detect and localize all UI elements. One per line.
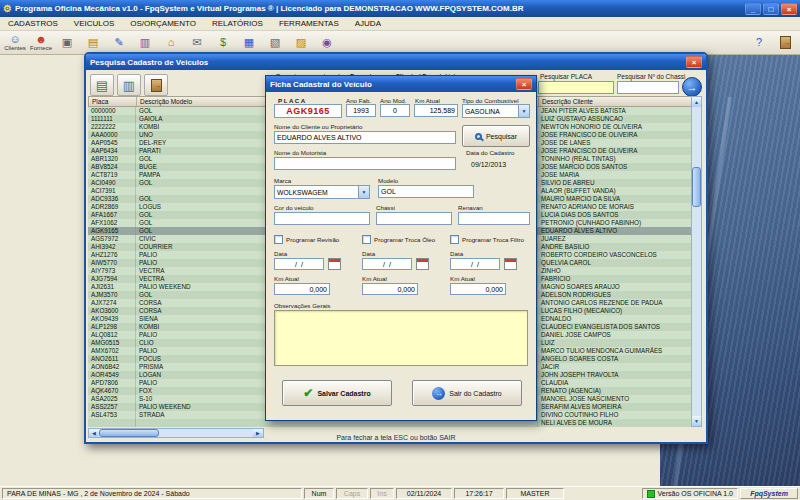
ordem-servico-button[interactable]: ✎ [107,32,131,54]
produtos-button[interactable]: ▤ [81,32,105,54]
financeiro-icon: $ [220,37,226,48]
cell-placa: 2222222 [88,123,136,131]
agenda-button[interactable]: ▨ [289,32,313,54]
programar-revisao-checkbox[interactable] [274,235,283,244]
salvar-cadastro-button[interactable]: ✔ Salvar Cadastro [282,380,392,406]
chevron-down-icon[interactable]: ▼ [518,105,529,117]
vertical-scrollbar[interactable]: ▲ ▼ [691,96,702,427]
estoque-button[interactable]: ⌂ [159,32,183,54]
pesquisar-button[interactable]: Pesquisar [462,125,530,147]
chevron-down-icon[interactable]: ▼ [358,186,369,198]
orcamento-button[interactable]: ▥ [133,32,157,54]
motorista-input[interactable] [274,157,456,170]
dialog-titlebar[interactable]: Ficha Cadastral do Veículo × [266,76,536,92]
cell-cliente: MARCO TULIO MENDONCA GUIMARÃES [538,347,694,355]
ano-fab-input[interactable] [346,104,376,117]
observacoes-textarea[interactable] [274,310,528,366]
cell-placa: AAP6434 [88,147,136,155]
calendar-icon[interactable] [504,258,517,270]
oleo-km-input[interactable] [362,283,418,295]
clientes-button[interactable]: ☺Clientes [3,32,27,54]
ano-mod-input[interactable] [380,104,410,117]
placa-search-input[interactable] [538,81,614,94]
cell-placa: AON6B42 [88,363,136,371]
filtro-data-input[interactable] [450,258,500,270]
go-arrow-icon: → [687,81,698,93]
menu-item-relat-rios[interactable]: RELATÓRIOS [204,19,271,28]
status-bar: PARA DE MINAS - MG , 2 de Novembro de 20… [0,486,800,500]
veiculos-button[interactable]: ▣ [55,32,79,54]
menu-item-cadastros[interactable]: CADASTROS [0,19,66,28]
modelo-input[interactable] [378,185,474,198]
minimize-button[interactable]: _ [745,3,761,15]
relatorios-button[interactable]: ▦ [237,32,261,54]
cliente-input[interactable] [274,131,456,144]
observacoes-label: Observações Gerais [274,302,330,309]
filtro-km-input[interactable] [450,283,506,295]
cell-cliente: JOSE DE LANES [538,139,694,147]
combustivel-select[interactable]: GASOLINA ▼ [462,104,530,118]
dialog-close-button[interactable]: × [516,78,532,90]
cell-placa: AOR4549 [88,371,136,379]
cell-placa: ACI7391 [88,187,136,195]
menu-item-os-or-amento[interactable]: OS/ORÇAMENTO [122,19,204,28]
cor-input[interactable] [274,212,370,225]
programar-troca-filtro-checkbox[interactable] [450,235,459,244]
cell-placa: AHZ1276 [88,251,136,259]
scroll-up-icon[interactable]: ▲ [692,97,701,107]
column-header-placa[interactable]: Placa [89,97,137,106]
cell-cliente: FABRICIO [538,275,694,283]
chassi-search-input[interactable] [617,81,679,94]
app-titlebar: ⚙ Programa Oficina Mecânica v1.0 - FpqSy… [0,0,800,17]
brand-logo[interactable]: FpqSystem [740,488,798,499]
revisao-km-input[interactable] [274,283,330,295]
cartao-button[interactable]: ◉ [315,32,339,54]
calendar-icon[interactable] [328,258,341,270]
revisao-data-input[interactable] [274,258,324,270]
placa-input[interactable] [274,104,342,118]
calendar-icon[interactable] [416,258,429,270]
fornecedores-button[interactable]: ☻Fornece [29,32,53,54]
preview-button[interactable]: ▥ [117,74,141,96]
vehicle-window-close-button[interactable]: × [686,56,702,68]
column-header-cliente[interactable]: Descrição Cliente [539,97,695,106]
pesquisar-button-label: Pesquisar [486,133,517,140]
print-button[interactable]: ▤ [90,74,114,96]
oleo-data-input[interactable] [362,258,412,270]
renavan-input[interactable] [458,212,530,225]
exit-window-button[interactable] [144,74,168,96]
status-ins: Ins [370,488,394,499]
km-atual-input[interactable] [414,104,458,117]
app-icon: ⚙ [3,3,12,14]
exit-app-button[interactable] [773,32,797,54]
ano-mod-label: Ano Mod. [380,97,406,104]
close-button[interactable]: × [781,3,797,15]
calculadora-button[interactable]: ▧ [263,32,287,54]
menu-item-ferramentas[interactable]: FERRAMENTAS [271,19,347,28]
cell-cliente: EDNALDO [538,315,694,323]
chassi-input[interactable] [376,212,452,225]
menu-item-veiculos[interactable]: VEICULOS [66,19,122,28]
sair-cadastro-button[interactable]: → Sair do Cadastro [412,380,522,406]
cell-cliente: LUCAS FILHO (MECANICO) [538,307,694,315]
search-go-button[interactable]: → [682,77,702,97]
marca-select[interactable]: WOLKSWAGEM ▼ [274,185,370,199]
help-button[interactable]: ? [747,32,771,54]
status-num: Num [304,488,334,499]
cell-placa: ALP1298 [88,323,136,331]
vehicle-window-titlebar[interactable]: Pesquisa Cadastro de Veiculos × [86,54,706,70]
menu-item-ajuda[interactable]: AJUDA [347,19,389,28]
programar-troca-filtro-label: Programar Troca Filtro [462,236,524,243]
maximize-button[interactable]: □ [763,3,779,15]
cell-cliente: ANDRE BASILIO [538,243,694,251]
data-cadastro-label: Data do Cadastro [466,149,515,156]
exit-door-icon [151,79,162,92]
vertical-scroll-thumb[interactable] [692,167,701,207]
cell-cliente: RENATO ADRIANO DE MORAIS [538,203,694,211]
financeiro-button[interactable]: $ [211,32,235,54]
programar-troca-oleo-checkbox[interactable] [362,235,371,244]
scroll-down-icon[interactable]: ▼ [692,416,701,426]
correio-button[interactable]: ✉ [185,32,209,54]
data-label: Data [450,250,463,257]
cell-cliente: LUIZ GUSTAVO ASSUNCAO [538,115,694,123]
